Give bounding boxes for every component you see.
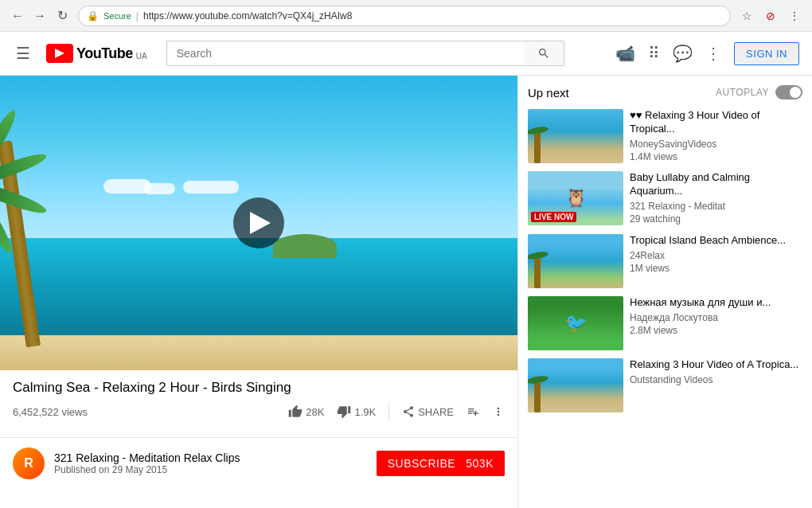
like-button[interactable]: 28K: [288, 404, 324, 419]
browser-actions: ☆ ⊘ ⋮: [737, 6, 804, 25]
share-button[interactable]: SHARE: [402, 405, 454, 418]
recommended-item[interactable]: ♥♥ Relaxing 3 Hour Video of Tropical... …: [528, 109, 802, 163]
youtube-logo-icon: [46, 44, 73, 63]
rec-title-3: Нежная музыка для души и...: [630, 296, 802, 310]
rec-channel-4: Outstanding Videos: [630, 374, 802, 385]
youtube-logo-country: UA: [136, 52, 147, 61]
cloud-3: [183, 181, 239, 193]
rec-channel-2: 24Relax: [630, 250, 802, 261]
rec-views-0: 1.4M views: [630, 151, 802, 162]
video-player[interactable]: [0, 76, 517, 370]
channel-published: Published on 29 May 2015: [54, 464, 377, 475]
hamburger-menu[interactable]: ☰: [13, 41, 33, 66]
cloud-2: [143, 183, 175, 194]
up-next-label: Up next: [528, 86, 569, 100]
rec-info-0: ♥♥ Relaxing 3 Hour Video of Tropical... …: [630, 109, 802, 163]
reload-button[interactable]: ↻: [53, 6, 72, 25]
video-section: Calming Sea - Relaxing 2 Hour - Birds Si…: [0, 76, 517, 508]
video-actions: 28K 1.9K SHARE: [288, 402, 505, 421]
lock-icon: 🔒: [87, 10, 99, 21]
bookmark-button[interactable]: ☆: [737, 6, 756, 25]
autoplay-label: AUTOPLAY: [716, 87, 769, 98]
recommended-item-1[interactable]: 🦉 LIVE NOW Baby Lullaby and Calming Aqua…: [528, 171, 802, 226]
sidebar-header: Up next AUTOPLAY: [528, 85, 802, 100]
dislike-button[interactable]: 1.9K: [337, 404, 376, 419]
youtube-header: ☰ YouTube UA 📹 ⠿ 💬 ⋮ SIGN IN: [0, 32, 812, 76]
extension-button[interactable]: ⊘: [761, 6, 780, 25]
rec-info-2: Tropical Island Beach Ambience... 24Rela…: [630, 234, 802, 288]
rec-channel-0: MoneySavingVideos: [630, 139, 802, 150]
video-camera-icon[interactable]: 📹: [615, 44, 635, 63]
play-icon: [250, 212, 271, 234]
video-title: Calming Sea - Relaxing 2 Hour - Birds Si…: [13, 380, 505, 396]
action-separator: [388, 402, 389, 421]
sidebar: Up next AUTOPLAY ♥♥ Relaxing 3 Hour Vide…: [517, 76, 812, 508]
thumb-palm-2: [534, 256, 541, 288]
url-text: https://www.youtube.com/watch?v=QX4j_zHA…: [143, 10, 352, 21]
more-icon[interactable]: ⋮: [705, 44, 721, 63]
recommended-item-4[interactable]: Relaxing 3 Hour Video of A Tropica... Ou…: [528, 358, 802, 412]
channel-avatar: R: [13, 447, 45, 479]
channel-name[interactable]: 321 Relaxing - Meditation Relax Clips: [54, 451, 377, 464]
search-input[interactable]: [166, 41, 525, 66]
share-label: SHARE: [418, 406, 454, 418]
dislike-count: 1.9K: [354, 406, 376, 418]
back-button[interactable]: ←: [8, 6, 27, 25]
subscribe-label: SUBSCRIBE: [388, 457, 455, 470]
rec-title-2: Tropical Island Beach Ambience...: [630, 234, 802, 248]
nav-buttons: ← → ↻: [8, 6, 72, 25]
view-count: 6,452,522 views: [13, 406, 88, 418]
rec-thumbnail-1: 🦉 LIVE NOW: [528, 171, 623, 225]
rec-views-3: 2.8M views: [630, 325, 802, 336]
add-to-button[interactable]: [467, 405, 479, 418]
sign-in-button[interactable]: SIGN IN: [734, 42, 799, 65]
rec-thumbnail-4: [528, 358, 623, 412]
rec-info-3: Нежная музыка для души и... Надежда Лоск…: [630, 296, 802, 350]
island: [273, 234, 337, 258]
rec-info-1: Baby Lullaby and Calming Aquarium... 321…: [630, 171, 802, 226]
live-badge: LIVE NOW: [531, 212, 576, 222]
rec-title-0: ♥♥ Relaxing 3 Hour Video of Tropical...: [630, 109, 802, 136]
like-count: 28K: [306, 406, 324, 418]
rec-thumbnail-2: [528, 234, 623, 288]
sea-bg: [0, 238, 517, 342]
secure-label: Secure: [103, 11, 131, 21]
forward-button[interactable]: →: [30, 6, 49, 25]
channel-details: 321 Relaxing - Meditation Relax Clips Pu…: [54, 451, 377, 475]
grid-icon[interactable]: ⠿: [648, 44, 660, 63]
header-actions: 📹 ⠿ 💬 ⋮ SIGN IN: [615, 42, 799, 65]
recommended-item-3[interactable]: 🐦 Нежная музыка для души и... Надежда Ло…: [528, 296, 802, 350]
rec-channel-3: Надежда Лоскутова: [630, 312, 802, 323]
search-button[interactable]: [525, 41, 564, 66]
rec-title-4: Relaxing 3 Hour Video of A Tropica...: [630, 358, 802, 372]
rec-thumbnail-3: 🐦: [528, 296, 623, 350]
search-form: [166, 41, 564, 66]
thumb-palm-0: [534, 131, 541, 163]
thumb-palm-4: [534, 381, 541, 412]
autoplay-area: AUTOPLAY: [716, 85, 802, 100]
more-button[interactable]: [492, 405, 505, 418]
rec-watching-1: 29 watching: [630, 213, 802, 225]
youtube-logo[interactable]: YouTube UA: [46, 44, 147, 63]
video-info: Calming Sea - Relaxing 2 Hour - Birds Si…: [0, 370, 517, 437]
autoplay-toggle[interactable]: [775, 85, 802, 100]
subscribe-button[interactable]: SUBSCRIBE 503K: [377, 451, 505, 476]
channel-info: R 321 Relaxing - Meditation Relax Clips …: [0, 437, 517, 489]
chat-icon[interactable]: 💬: [673, 44, 693, 63]
avatar-letter: R: [24, 456, 33, 471]
rec-info-4: Relaxing 3 Hour Video of A Tropica... Ou…: [630, 358, 802, 412]
play-button[interactable]: [233, 197, 284, 248]
subscribe-count: 503K: [466, 457, 494, 470]
recommended-item-2[interactable]: Tropical Island Beach Ambience... 24Rela…: [528, 234, 802, 288]
menu-button[interactable]: ⋮: [785, 6, 804, 25]
video-stats: 6,452,522 views 28K 1.9K SHARE: [13, 402, 505, 421]
browser-chrome: ← → ↻ 🔒 Secure | https://www.youtube.com…: [0, 0, 812, 32]
separator: |: [136, 10, 139, 21]
address-bar[interactable]: 🔒 Secure | https://www.youtube.com/watch…: [78, 6, 731, 26]
youtube-logo-text: YouTube: [76, 45, 133, 62]
sand-bg: [0, 335, 517, 370]
rec-channel-1: 321 Relaxing - Meditat: [630, 201, 802, 212]
rec-views-2: 1M views: [630, 263, 802, 274]
rec-title-1: Baby Lullaby and Calming Aquarium...: [630, 171, 802, 198]
rec-thumbnail-0: [528, 109, 623, 163]
